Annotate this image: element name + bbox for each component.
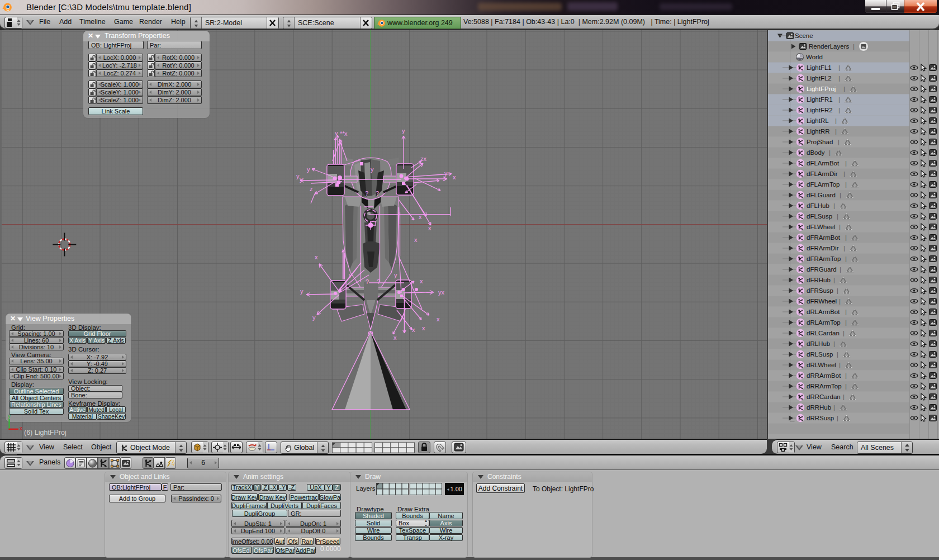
svg-text:x: x bbox=[422, 325, 425, 331]
svg-text:z: z bbox=[310, 186, 313, 192]
svg-text:x: x bbox=[414, 236, 418, 243]
svg-text:|: | bbox=[837, 213, 838, 220]
svg-text:y: y bbox=[300, 288, 303, 295]
svg-text:|: | bbox=[845, 372, 847, 379]
svg-text:dRLWheel: dRLWheel bbox=[807, 362, 836, 368]
svg-text:?: ? bbox=[376, 190, 379, 197]
svg-text:|: | bbox=[838, 96, 840, 103]
svg-text:dFLArmBot: dFLArmBot bbox=[807, 160, 840, 167]
svg-text:|: | bbox=[840, 266, 841, 273]
svg-text:dRRSusp: dRRSusp bbox=[807, 415, 834, 421]
svg-text:|: | bbox=[845, 383, 847, 390]
svg-text:dFLArmTop: dFLArmTop bbox=[807, 181, 840, 188]
svg-text:y: y bbox=[444, 170, 448, 177]
svg-text:|: | bbox=[845, 160, 847, 167]
svg-text:|: | bbox=[839, 298, 841, 305]
svg-text:ProjShad: ProjShad bbox=[807, 139, 833, 145]
svg-text:(6) LightFProj: (6) LightFProj bbox=[24, 429, 67, 436]
svg-text:dFRHub: dFRHub bbox=[807, 277, 831, 283]
svg-text:x: x bbox=[419, 213, 422, 220]
svg-text:|: | bbox=[833, 340, 835, 347]
svg-text:y: y bbox=[307, 166, 310, 173]
svg-text:World: World bbox=[806, 54, 823, 60]
svg-text:dFRArmBot: dFRArmBot bbox=[807, 234, 841, 241]
svg-text:|: | bbox=[838, 139, 840, 145]
svg-text:|: | bbox=[835, 117, 837, 124]
svg-text:|: | bbox=[843, 330, 845, 336]
svg-text:|: | bbox=[838, 64, 840, 71]
svg-text:dFRGuard: dFRGuard bbox=[807, 266, 837, 273]
svg-text:dRLArmTop: dRLArmTop bbox=[807, 319, 841, 326]
svg-text:|: | bbox=[837, 287, 838, 294]
svg-text:|: | bbox=[839, 224, 841, 230]
svg-text:dRRArmBot: dRRArmBot bbox=[807, 372, 841, 379]
svg-text:|: | bbox=[833, 277, 835, 283]
svg-text:RenderLayers: RenderLayers bbox=[809, 43, 849, 50]
svg-text:x: x bbox=[428, 225, 431, 231]
svg-text:|: | bbox=[838, 75, 840, 82]
svg-text:?: ? bbox=[377, 278, 380, 285]
svg-text:|: | bbox=[837, 415, 838, 421]
svg-text:|: | bbox=[843, 393, 845, 400]
svg-text:dFRArmDir: dFRArmDir bbox=[807, 245, 839, 251]
svg-text:|: | bbox=[845, 181, 847, 188]
svg-text:dRRHub: dRRHub bbox=[807, 404, 831, 411]
svg-text:dFRArmTop: dFRArmTop bbox=[807, 255, 841, 262]
svg-text:dRRArmTop: dRRArmTop bbox=[807, 383, 842, 390]
svg-text:|: | bbox=[845, 255, 847, 262]
svg-text:dFLWheel: dFLWheel bbox=[807, 224, 836, 230]
svg-text:|: | bbox=[843, 170, 845, 177]
svg-text:dRLHub: dRLHub bbox=[807, 340, 830, 347]
svg-text:LightRR: LightRR bbox=[807, 128, 830, 135]
svg-text:y: y bbox=[349, 272, 352, 278]
svg-text:|: | bbox=[843, 86, 845, 92]
svg-text:LightFL2: LightFL2 bbox=[807, 75, 832, 82]
svg-text:LightFProj: LightFProj bbox=[807, 86, 836, 92]
svg-text:dRLSusp: dRLSusp bbox=[807, 351, 833, 358]
svg-text:|: | bbox=[845, 309, 847, 315]
svg-text:dRLArmBot: dRLArmBot bbox=[807, 309, 840, 315]
svg-text:y: y bbox=[8, 413, 11, 419]
svg-text:LightFR2: LightFR2 bbox=[807, 107, 833, 113]
svg-text:x: x bbox=[437, 316, 440, 322]
svg-text:y: y bbox=[402, 127, 405, 134]
svg-text:LightFR1: LightFR1 bbox=[807, 96, 833, 103]
svg-text:|: | bbox=[845, 234, 847, 241]
svg-text:x: x bbox=[344, 130, 348, 137]
svg-text:dBody: dBody bbox=[807, 149, 825, 156]
svg-text:LightFL1: LightFL1 bbox=[807, 64, 832, 71]
svg-text:dRLCardan: dRLCardan bbox=[807, 330, 840, 336]
svg-text:y: y bbox=[371, 166, 374, 173]
svg-text:dFLGuard: dFLGuard bbox=[807, 192, 836, 198]
svg-text:x: x bbox=[315, 254, 318, 260]
svg-text:yx: yx bbox=[438, 289, 445, 296]
svg-text:y: y bbox=[300, 176, 303, 183]
svg-text:dFLArmDir: dFLArmDir bbox=[807, 170, 838, 177]
svg-text:x: x bbox=[20, 425, 22, 431]
svg-text:|: | bbox=[837, 351, 838, 358]
svg-text:|: | bbox=[840, 192, 841, 198]
svg-text:|: | bbox=[838, 107, 840, 113]
svg-text:|: | bbox=[843, 245, 845, 251]
svg-text:dFRWheel: dFRWheel bbox=[807, 298, 837, 305]
svg-text:Scene: Scene bbox=[795, 32, 813, 39]
svg-text:|: | bbox=[829, 149, 831, 156]
svg-text:|: | bbox=[833, 202, 835, 209]
svg-text:?: ? bbox=[365, 190, 368, 197]
svg-text:y: y bbox=[312, 314, 316, 321]
svg-text:LightRL: LightRL bbox=[807, 117, 829, 124]
svg-text:dRRCardan: dRRCardan bbox=[807, 393, 841, 400]
svg-text:|: | bbox=[845, 319, 847, 326]
svg-text:x: x bbox=[420, 278, 423, 284]
svg-text:?: ? bbox=[366, 278, 369, 285]
svg-text:dFRSusp: dFRSusp bbox=[807, 287, 833, 294]
svg-text:|: | bbox=[833, 404, 835, 411]
svg-text:x: x bbox=[453, 174, 456, 181]
svg-text:y: y bbox=[335, 130, 338, 136]
svg-text:dFLSusp: dFLSusp bbox=[807, 213, 832, 220]
svg-text:zx: zx bbox=[420, 155, 427, 162]
svg-text:|: | bbox=[839, 362, 841, 368]
svg-text:x: x bbox=[393, 334, 397, 341]
svg-text:|: | bbox=[853, 43, 855, 50]
svg-text:|: | bbox=[835, 128, 837, 135]
